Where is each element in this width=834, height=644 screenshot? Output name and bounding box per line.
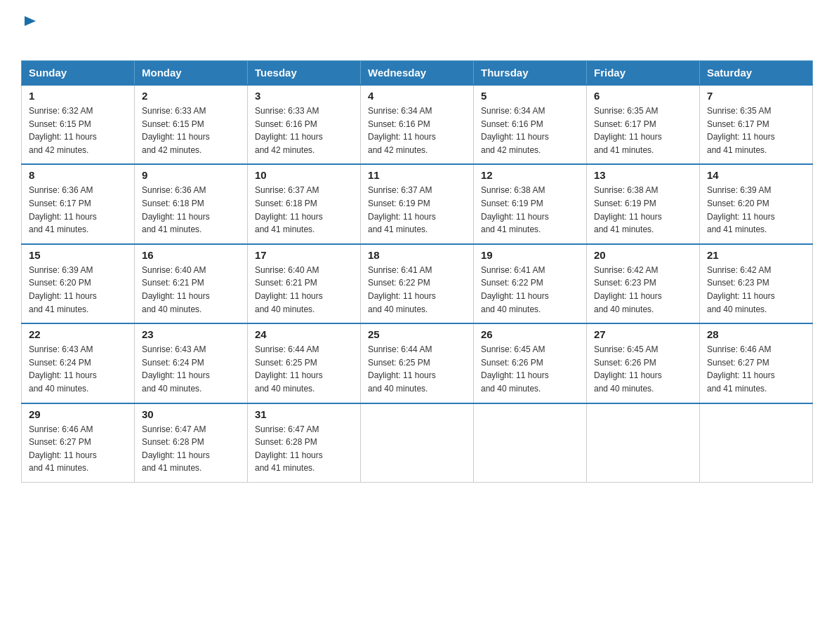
day-info: Sunrise: 6:35 AM Sunset: 6:17 PM Dayligh… [707,105,805,156]
day-number: 16 [142,249,240,261]
calendar-cell: 19 Sunrise: 6:41 AM Sunset: 6:22 PM Dayl… [474,244,587,323]
day-info: Sunrise: 6:44 AM Sunset: 6:25 PM Dayligh… [255,343,353,395]
weekday-header-monday: Monday [135,61,248,86]
day-info: Sunrise: 6:39 AM Sunset: 6:20 PM Dayligh… [29,264,127,316]
weekday-header-saturday: Saturday [700,61,813,86]
calendar-cell: 28 Sunrise: 6:46 AM Sunset: 6:27 PM Dayl… [700,323,813,403]
calendar-cell: 30 Sunrise: 6:47 AM Sunset: 6:28 PM Dayl… [135,403,248,483]
day-info: Sunrise: 6:36 AM Sunset: 6:17 PM Dayligh… [29,184,127,236]
calendar-cell: 22 Sunrise: 6:43 AM Sunset: 6:24 PM Dayl… [22,323,135,403]
calendar-cell: 21 Sunrise: 6:42 AM Sunset: 6:23 PM Dayl… [700,244,813,323]
calendar-cell: 6 Sunrise: 6:35 AM Sunset: 6:17 PM Dayli… [587,85,700,164]
day-number: 14 [707,169,805,181]
day-info: Sunrise: 6:45 AM Sunset: 6:26 PM Dayligh… [481,343,579,395]
calendar-cell: 24 Sunrise: 6:44 AM Sunset: 6:25 PM Dayl… [248,323,361,403]
day-number: 29 [29,408,127,420]
day-info: Sunrise: 6:36 AM Sunset: 6:18 PM Dayligh… [142,184,240,236]
calendar-cell: 7 Sunrise: 6:35 AM Sunset: 6:17 PM Dayli… [700,85,813,164]
calendar-cell: 15 Sunrise: 6:39 AM Sunset: 6:20 PM Dayl… [22,244,135,323]
calendar-cell: 23 Sunrise: 6:43 AM Sunset: 6:24 PM Dayl… [135,323,248,403]
calendar-cell: 9 Sunrise: 6:36 AM Sunset: 6:18 PM Dayli… [135,164,248,243]
day-info: Sunrise: 6:47 AM Sunset: 6:28 PM Dayligh… [142,423,240,475]
day-info: Sunrise: 6:41 AM Sunset: 6:22 PM Dayligh… [368,264,466,316]
day-number: 17 [255,249,353,261]
day-number: 6 [594,90,692,102]
calendar-cell: 2 Sunrise: 6:33 AM Sunset: 6:15 PM Dayli… [135,85,248,164]
day-number: 19 [481,249,579,261]
day-number: 5 [481,90,579,102]
day-info: Sunrise: 6:37 AM Sunset: 6:18 PM Dayligh… [255,184,353,236]
weekday-header-wednesday: Wednesday [361,61,474,86]
calendar-cell: 18 Sunrise: 6:41 AM Sunset: 6:22 PM Dayl… [361,244,474,323]
day-info: Sunrise: 6:43 AM Sunset: 6:24 PM Dayligh… [142,343,240,395]
calendar-cell: 4 Sunrise: 6:34 AM Sunset: 6:16 PM Dayli… [361,85,474,164]
day-number: 23 [142,328,240,340]
calendar-week-row: 29 Sunrise: 6:46 AM Sunset: 6:27 PM Dayl… [22,403,813,483]
day-info: Sunrise: 6:33 AM Sunset: 6:15 PM Dayligh… [142,105,240,156]
day-number: 30 [142,408,240,420]
calendar-cell: 11 Sunrise: 6:37 AM Sunset: 6:19 PM Dayl… [361,164,474,243]
calendar-cell [474,403,587,483]
day-info: Sunrise: 6:42 AM Sunset: 6:23 PM Dayligh… [707,264,805,316]
day-info: Sunrise: 6:33 AM Sunset: 6:16 PM Dayligh… [255,105,353,156]
day-number: 12 [481,169,579,181]
calendar-cell: 5 Sunrise: 6:34 AM Sunset: 6:16 PM Dayli… [474,85,587,164]
day-number: 27 [594,328,692,340]
calendar-cell: 1 Sunrise: 6:32 AM Sunset: 6:15 PM Dayli… [22,85,135,164]
calendar-cell: 10 Sunrise: 6:37 AM Sunset: 6:18 PM Dayl… [248,164,361,243]
weekday-header-thursday: Thursday [474,61,587,86]
day-number: 3 [255,90,353,102]
day-info: Sunrise: 6:38 AM Sunset: 6:19 PM Dayligh… [481,184,579,236]
calendar-cell: 14 Sunrise: 6:39 AM Sunset: 6:20 PM Dayl… [700,164,813,243]
page-header [21,14,813,48]
day-info: Sunrise: 6:40 AM Sunset: 6:21 PM Dayligh… [255,264,353,316]
weekday-header-row: SundayMondayTuesdayWednesdayThursdayFrid… [22,61,813,86]
day-info: Sunrise: 6:42 AM Sunset: 6:23 PM Dayligh… [594,264,692,316]
calendar-cell: 29 Sunrise: 6:46 AM Sunset: 6:27 PM Dayl… [22,403,135,483]
day-number: 24 [255,328,353,340]
day-number: 18 [368,249,466,261]
calendar-week-row: 15 Sunrise: 6:39 AM Sunset: 6:20 PM Dayl… [22,244,813,323]
calendar-cell: 27 Sunrise: 6:45 AM Sunset: 6:26 PM Dayl… [587,323,700,403]
day-info: Sunrise: 6:34 AM Sunset: 6:16 PM Dayligh… [368,105,466,156]
day-number: 28 [707,328,805,340]
day-info: Sunrise: 6:32 AM Sunset: 6:15 PM Dayligh… [29,105,127,156]
calendar-week-row: 8 Sunrise: 6:36 AM Sunset: 6:17 PM Dayli… [22,164,813,243]
calendar-cell [587,403,700,483]
day-number: 26 [481,328,579,340]
day-number: 4 [368,90,466,102]
day-info: Sunrise: 6:46 AM Sunset: 6:27 PM Dayligh… [29,423,127,475]
calendar-cell: 13 Sunrise: 6:38 AM Sunset: 6:19 PM Dayl… [587,164,700,243]
weekday-header-friday: Friday [587,61,700,86]
calendar-cell: 26 Sunrise: 6:45 AM Sunset: 6:26 PM Dayl… [474,323,587,403]
day-number: 21 [707,249,805,261]
day-number: 25 [368,328,466,340]
day-number: 7 [707,90,805,102]
day-info: Sunrise: 6:45 AM Sunset: 6:26 PM Dayligh… [594,343,692,395]
calendar-cell: 12 Sunrise: 6:38 AM Sunset: 6:19 PM Dayl… [474,164,587,243]
calendar-table: SundayMondayTuesdayWednesdayThursdayFrid… [21,60,813,483]
day-number: 20 [594,249,692,261]
day-info: Sunrise: 6:37 AM Sunset: 6:19 PM Dayligh… [368,184,466,236]
calendar-cell: 8 Sunrise: 6:36 AM Sunset: 6:17 PM Dayli… [22,164,135,243]
day-number: 13 [594,169,692,181]
weekday-header-tuesday: Tuesday [248,61,361,86]
day-info: Sunrise: 6:38 AM Sunset: 6:19 PM Dayligh… [594,184,692,236]
day-info: Sunrise: 6:43 AM Sunset: 6:24 PM Dayligh… [29,343,127,395]
day-info: Sunrise: 6:39 AM Sunset: 6:20 PM Dayligh… [707,184,805,236]
calendar-cell [700,403,813,483]
weekday-header-sunday: Sunday [22,61,135,86]
day-number: 8 [29,169,127,181]
calendar-cell: 20 Sunrise: 6:42 AM Sunset: 6:23 PM Dayl… [587,244,700,323]
logo-arrow-icon [23,13,39,29]
day-number: 15 [29,249,127,261]
calendar-week-row: 22 Sunrise: 6:43 AM Sunset: 6:24 PM Dayl… [22,323,813,403]
calendar-cell: 3 Sunrise: 6:33 AM Sunset: 6:16 PM Dayli… [248,85,361,164]
day-info: Sunrise: 6:40 AM Sunset: 6:21 PM Dayligh… [142,264,240,316]
svg-marker-0 [25,16,36,26]
calendar-cell: 25 Sunrise: 6:44 AM Sunset: 6:25 PM Dayl… [361,323,474,403]
day-number: 2 [142,90,240,102]
day-number: 1 [29,90,127,102]
day-info: Sunrise: 6:41 AM Sunset: 6:22 PM Dayligh… [481,264,579,316]
calendar-cell [361,403,474,483]
